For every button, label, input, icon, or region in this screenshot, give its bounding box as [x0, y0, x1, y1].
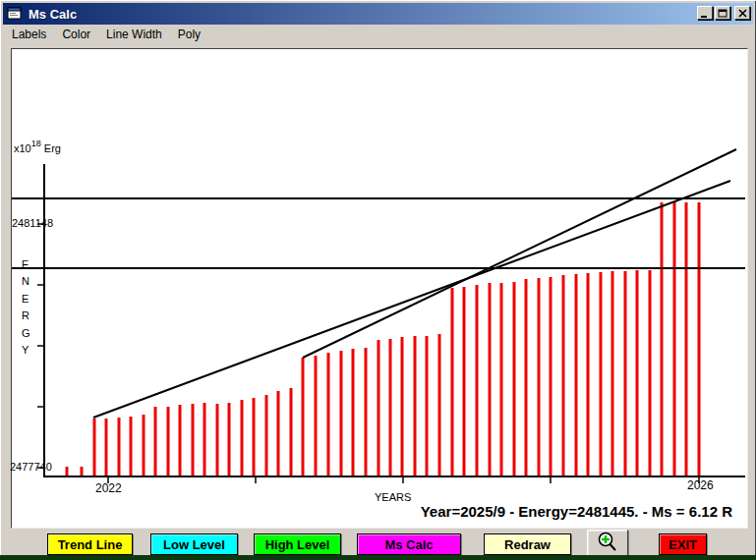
menu-bar: LabelsColorLine WidthPoly: [4, 26, 752, 43]
menu-item-line-width[interactable]: Line Width: [98, 27, 170, 42]
bottom-edge-strip: [0, 555, 756, 560]
maximize-button[interactable]: [715, 6, 730, 20]
magnifier-plus-icon: [596, 531, 619, 557]
x-tick-label-2026: 2026: [687, 478, 714, 492]
status-readout: Year=2025/9 - Energy=2481445. - Ms = 6.1…: [421, 503, 732, 520]
menu-item-color[interactable]: Color: [54, 27, 98, 42]
y-axis-title: ENERGY: [22, 256, 29, 359]
trend-line-button[interactable]: Trend Line: [47, 533, 133, 555]
app-icon: [7, 6, 23, 22]
low-level-button[interactable]: Low Level: [150, 533, 238, 555]
y-axis-unit-label: x1018 Erg: [14, 139, 61, 154]
redraw-button[interactable]: Redraw: [484, 533, 571, 555]
menu-item-poly[interactable]: Poly: [170, 27, 208, 42]
y-axis-top-value: 2481148: [12, 217, 53, 229]
window-title: Ms Calc: [29, 7, 77, 22]
ms-calc-window: Ms Calc LabelsColorLine WidthPoly x1018 …: [0, 0, 756, 560]
minimize-button[interactable]: [697, 6, 713, 20]
ms-calc-button[interactable]: Ms Calc: [357, 533, 461, 555]
zoom-button[interactable]: [587, 530, 628, 558]
x-tick-label-2022: 2022: [95, 481, 122, 495]
menu-item-labels[interactable]: Labels: [4, 27, 54, 42]
y-axis-bottom-value: 2477740: [10, 461, 52, 473]
title-bar[interactable]: Ms Calc: [3, 3, 753, 25]
close-button[interactable]: [734, 6, 750, 20]
chart-panel: [11, 48, 748, 529]
exit-button[interactable]: EXIT: [659, 533, 707, 555]
high-level-button[interactable]: High Level: [254, 533, 341, 555]
window-controls: [695, 6, 750, 20]
x-axis-title: YEARS: [375, 491, 411, 503]
